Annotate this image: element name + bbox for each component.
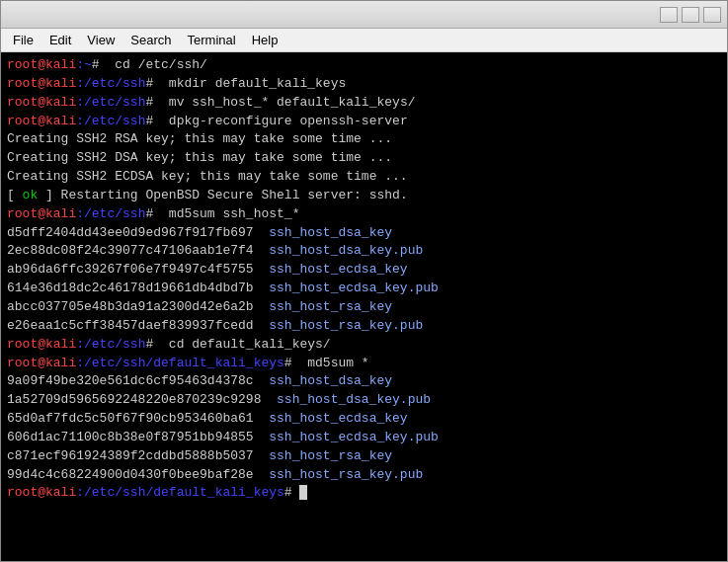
hash-value: d5dff2404dd43ee0d9ed967f917fb697	[7, 225, 269, 240]
hash-value: c871ecf961924389f2cddbd5888b5037	[7, 448, 269, 463]
prompt-path: :/etc/ssh/default_kali_keys	[76, 485, 284, 500]
prompt-host: root@kali	[7, 356, 76, 370]
prompt-host: root@kali	[7, 337, 76, 352]
prompt-host: root@kali	[7, 57, 76, 72]
prompt-path: :/etc/ssh	[76, 206, 145, 221]
terminal-line: 2ec88dc08f24c39077c47106aab1e7f4 ssh_hos…	[7, 242, 721, 261]
filename-value: ssh_host_dsa_key.pub	[269, 243, 423, 258]
hash-value: 614e36d18dc2c46178d19661db4dbd7b	[7, 281, 269, 295]
filename-value: ssh_host_dsa_key.pub	[277, 392, 431, 407]
menu-edit[interactable]: Edit	[41, 31, 79, 49]
hash-value: 9a09f49be320e561dc6cf95463d4378c	[7, 373, 269, 388]
hash-value: ab96da6ffc39267f06e7f9497c4f5755	[7, 262, 269, 277]
filename-value: ssh_host_rsa_key	[269, 448, 392, 463]
hash-value: 1a52709d5965692248220e870239c9298	[7, 392, 277, 407]
terminal-line: abcc037705e48b3da91a2300d42e6a2b ssh_hos…	[7, 298, 721, 317]
terminal-line: 606d1ac71100c8b38e0f87951bb94855 ssh_hos…	[7, 429, 721, 447]
terminal-line: [ ok ] Restarting OpenBSD Secure Shell s…	[7, 187, 721, 205]
hash-value: 606d1ac71100c8b38e0f87951bb94855	[7, 430, 269, 444]
terminal-line: root@kali:/etc/ssh# mv ssh_host_* defaul…	[7, 94, 721, 113]
filename-value: ssh_host_ecdsa_key	[269, 262, 407, 277]
terminal-line: root@kali:/etc/ssh# cd default_kali_keys…	[7, 336, 721, 355]
terminal-line: root@kali:/etc/ssh# md5sum ssh_host_*	[7, 205, 721, 224]
prompt-host: root@kali	[7, 114, 76, 128]
filename-value: ssh_host_dsa_key	[269, 225, 392, 240]
menu-file[interactable]: File	[5, 31, 41, 49]
prompt-path: :/etc/ssh	[76, 337, 145, 352]
terminal-line: d5dff2404dd43ee0d9ed967f917fb697 ssh_hos…	[7, 224, 721, 243]
prompt-path: :/etc/ssh	[76, 95, 145, 110]
prompt-host: root@kali	[7, 95, 76, 110]
prompt-cmd: # cd /etc/ssh/	[92, 57, 207, 72]
terminal-line: root@kali:/etc/ssh/default_kali_keys# md…	[7, 355, 721, 373]
hash-value: 99d4c4c68224900d0430f0bee9baf28e	[7, 467, 269, 482]
terminal-line: 1a52709d5965692248220e870239c9298 ssh_ho…	[7, 391, 721, 410]
terminal-line: Creating SSH2 RSA key; this may take som…	[7, 130, 721, 149]
filename-value: ssh_host_dsa_key	[269, 373, 392, 388]
output-text: Creating SSH2 DSA key; this may take som…	[7, 150, 392, 165]
prompt-cmd: # cd default_kali_keys/	[145, 337, 330, 352]
prompt-host: root@kali	[7, 485, 76, 500]
window-controls[interactable]	[660, 7, 721, 23]
hash-value: 2ec88dc08f24c39077c47106aab1e7f4	[7, 243, 269, 258]
terminal-line: 99d4c4c68224900d0430f0bee9baf28e ssh_hos…	[7, 466, 721, 485]
prompt-cmd: # dpkg-reconfigure openssh-server	[145, 114, 407, 128]
terminal-line: 65d0af7fdc5c50f67f90cb953460ba61 ssh_hos…	[7, 410, 721, 429]
prompt-host: root@kali	[7, 206, 76, 221]
terminal-line: Creating SSH2 DSA key; this may take som…	[7, 149, 721, 168]
terminal-line: root@kali:/etc/ssh/default_kali_keys#	[7, 484, 721, 503]
ok-bracket: [	[7, 188, 23, 202]
prompt-path: :~	[76, 57, 92, 72]
filename-value: ssh_host_rsa_key.pub	[269, 467, 423, 482]
prompt-cmd: # md5sum ssh_host_*	[145, 206, 299, 221]
menu-help[interactable]: Help	[244, 31, 286, 49]
menu-bar: File Edit View Search Terminal Help	[1, 29, 727, 52]
hash-value: abcc037705e48b3da91a2300d42e6a2b	[7, 299, 269, 314]
filename-value: ssh_host_rsa_key	[269, 299, 392, 314]
hash-value: 65d0af7fdc5c50f67f90cb953460ba61	[7, 411, 269, 426]
terminal-line: c871ecf961924389f2cddbd5888b5037 ssh_hos…	[7, 447, 721, 466]
prompt-cmd: #	[284, 485, 300, 500]
close-button[interactable]	[703, 7, 721, 23]
menu-terminal[interactable]: Terminal	[180, 31, 244, 49]
prompt-path: :/etc/ssh	[76, 76, 145, 91]
hash-value: e26eaa1c5cff38457daef839937fcedd	[7, 318, 269, 333]
maximize-button[interactable]	[682, 7, 699, 23]
output-text: Creating SSH2 RSA key; this may take som…	[7, 131, 392, 146]
prompt-cmd: # mv ssh_host_* default_kali_keys/	[145, 95, 415, 110]
terminal-line: 614e36d18dc2c46178d19661db4dbd7b ssh_hos…	[7, 280, 721, 298]
terminal-line: Creating SSH2 ECDSA key; this may take s…	[7, 168, 721, 187]
prompt-host: root@kali	[7, 76, 76, 91]
prompt-cmd: # md5sum *	[284, 356, 369, 370]
filename-value: ssh_host_ecdsa_key.pub	[269, 430, 439, 444]
terminal-line: e26eaa1c5cff38457daef839937fcedd ssh_hos…	[7, 317, 721, 336]
terminal-line: 9a09f49be320e561dc6cf95463d4378c ssh_hos…	[7, 372, 721, 391]
menu-search[interactable]: Search	[122, 31, 179, 49]
terminal-line: root@kali:/etc/ssh# mkdir default_kali_k…	[7, 75, 721, 94]
cursor	[299, 485, 307, 500]
prompt-cmd: # mkdir default_kali_keys	[145, 76, 346, 91]
terminal-line: root@kali:/etc/ssh# dpkg-reconfigure ope…	[7, 113, 721, 131]
terminal-window: File Edit View Search Terminal Help root…	[0, 0, 728, 562]
filename-value: ssh_host_ecdsa_key	[269, 411, 407, 426]
menu-view[interactable]: View	[79, 31, 122, 49]
prompt-path: :/etc/ssh	[76, 114, 145, 128]
terminal-line: root@kali:~# cd /etc/ssh/	[7, 56, 721, 75]
ok-rest: ] Restarting OpenBSD Secure Shell server…	[38, 188, 407, 202]
title-bar	[1, 1, 727, 29]
prompt-path: :/etc/ssh/default_kali_keys	[76, 356, 284, 370]
terminal-line: ab96da6ffc39267f06e7f9497c4f5755 ssh_hos…	[7, 261, 721, 280]
ok-text: ok	[23, 188, 39, 202]
minimize-button[interactable]	[660, 7, 678, 23]
output-text: Creating SSH2 ECDSA key; this may take s…	[7, 169, 408, 184]
terminal-output[interactable]: root@kali:~# cd /etc/ssh/root@kali:/etc/…	[1, 52, 727, 561]
filename-value: ssh_host_ecdsa_key.pub	[269, 281, 439, 295]
filename-value: ssh_host_rsa_key.pub	[269, 318, 423, 333]
